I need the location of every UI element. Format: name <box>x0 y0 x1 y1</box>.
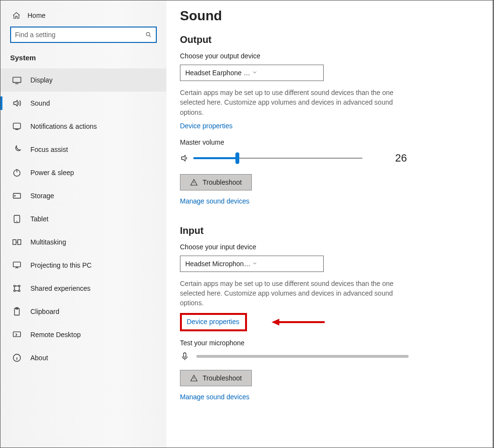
slider-fill <box>193 157 237 159</box>
sidebar-item-label: Sound <box>30 99 50 107</box>
multitasking-icon <box>12 237 22 247</box>
sidebar-item-sound[interactable]: Sound <box>0 92 166 115</box>
volume-row: 26 <box>180 152 468 164</box>
mic-level-bar <box>196 355 409 358</box>
master-volume-block: Master volume 26 <box>180 138 468 164</box>
sidebar-item-label: Remote Desktop <box>30 331 81 339</box>
sidebar-item-remote-desktop[interactable]: Remote Desktop <box>0 323 166 346</box>
output-choose-label: Choose your output device <box>180 52 468 60</box>
input-hint: Certain apps may be set up to use differ… <box>180 279 412 308</box>
master-volume-label: Master volume <box>180 138 468 146</box>
output-device-properties-link[interactable]: Device properties <box>180 122 233 130</box>
input-manage-devices-link[interactable]: Manage sound devices <box>180 393 249 401</box>
input-device-value: Headset Microphone (HyperX Virt... <box>185 260 252 268</box>
mic-test-row <box>180 352 468 361</box>
input-device-select[interactable]: Headset Microphone (HyperX Virt... <box>180 256 324 272</box>
svg-marker-19 <box>272 319 279 326</box>
volume-value: 26 <box>395 152 407 164</box>
output-heading: Output <box>180 34 468 45</box>
svg-rect-20 <box>184 353 186 357</box>
sidebar-item-label: Power & sleep <box>30 169 74 176</box>
power-icon <box>12 168 22 177</box>
sidebar-item-display[interactable]: Display <box>0 68 166 92</box>
clipboard-icon <box>12 307 22 316</box>
search-icon <box>145 31 152 38</box>
sidebar-item-multitasking[interactable]: Multitasking <box>0 231 166 254</box>
sidebar-item-label: Display <box>30 76 53 84</box>
scrollbar-track[interactable] <box>493 0 494 448</box>
svg-rect-8 <box>18 240 21 244</box>
microphone-icon <box>180 352 190 361</box>
output-manage-devices-link[interactable]: Manage sound devices <box>180 197 249 205</box>
sidebar-item-power-sleep[interactable]: Power & sleep <box>0 161 166 184</box>
volume-slider[interactable] <box>193 153 362 163</box>
sidebar-item-label: About <box>30 354 48 362</box>
svg-point-12 <box>14 290 15 291</box>
svg-rect-1 <box>13 77 21 82</box>
moon-icon <box>12 145 22 154</box>
sidebar-item-focus-assist[interactable]: Focus assist <box>0 138 166 161</box>
sidebar-item-label: Tablet <box>30 215 48 223</box>
sidebar-item-projecting[interactable]: Projecting to this PC <box>0 254 166 277</box>
annotation-arrow <box>272 318 325 326</box>
projecting-icon <box>12 260 22 270</box>
chevron-down-icon <box>252 69 318 77</box>
button-label: Troubleshoot <box>203 374 242 382</box>
sidebar-item-shared-experiences[interactable]: Shared experiences <box>0 277 166 300</box>
sidebar-item-label: Notifications & actions <box>30 122 97 130</box>
svg-rect-7 <box>13 240 16 244</box>
input-heading: Input <box>180 225 468 236</box>
notifications-icon <box>12 122 22 131</box>
warning-icon <box>190 374 198 382</box>
main-content: Sound Output Choose your output device H… <box>166 0 494 448</box>
home-icon <box>12 11 21 20</box>
sound-icon <box>12 98 22 108</box>
page-title: Sound <box>180 8 468 24</box>
slider-thumb[interactable] <box>235 152 239 164</box>
svg-point-13 <box>18 290 20 291</box>
sidebar-item-notifications[interactable]: Notifications & actions <box>0 115 166 138</box>
sidebar-item-tablet[interactable]: Tablet <box>0 207 166 231</box>
storage-icon <box>12 191 22 201</box>
settings-window: Home System Display Sound Notification <box>0 0 494 448</box>
svg-rect-2 <box>14 123 21 129</box>
output-device-value: Headset Earphone (HyperX Virtua... <box>185 69 252 77</box>
output-hint: Certain apps may be set up to use differ… <box>180 88 412 117</box>
info-icon <box>12 353 22 363</box>
sidebar-item-label: Multitasking <box>30 238 66 246</box>
sidebar: Home System Display Sound Notification <box>0 0 166 448</box>
shared-icon <box>12 284 22 293</box>
svg-point-10 <box>14 285 15 286</box>
speaker-icon[interactable] <box>180 153 190 163</box>
search-input[interactable] <box>15 31 145 39</box>
sidebar-item-label: Storage <box>30 192 54 200</box>
home-label: Home <box>27 12 45 19</box>
svg-point-0 <box>146 32 150 36</box>
sidebar-item-storage[interactable]: Storage <box>0 184 166 207</box>
sidebar-section-title: System <box>0 50 166 68</box>
tablet-icon <box>12 214 22 224</box>
sidebar-nav: Display Sound Notifications & actions Fo… <box>0 68 166 369</box>
svg-rect-9 <box>14 262 21 267</box>
sidebar-item-label: Projecting to this PC <box>30 261 92 269</box>
input-device-properties-link[interactable]: Device properties <box>180 313 247 331</box>
input-choose-label: Choose your input device <box>180 243 468 251</box>
test-mic-label: Test your microphone <box>180 339 468 347</box>
output-device-select[interactable]: Headset Earphone (HyperX Virtua... <box>180 65 324 81</box>
sidebar-item-label: Clipboard <box>30 308 59 315</box>
input-troubleshoot-button[interactable]: Troubleshoot <box>180 370 252 386</box>
home-link[interactable]: Home <box>0 8 166 27</box>
search-box[interactable] <box>10 27 157 43</box>
chevron-down-icon <box>252 260 318 268</box>
search-wrap <box>0 27 166 50</box>
sidebar-item-about[interactable]: About <box>0 346 166 369</box>
button-label: Troubleshoot <box>203 178 242 186</box>
display-icon <box>12 75 22 85</box>
remote-desktop-icon <box>12 330 22 339</box>
svg-point-5 <box>14 195 15 196</box>
warning-icon <box>190 178 198 186</box>
output-troubleshoot-button[interactable]: Troubleshoot <box>180 174 252 190</box>
sidebar-item-label: Shared experiences <box>30 285 91 292</box>
svg-point-11 <box>18 285 20 286</box>
sidebar-item-clipboard[interactable]: Clipboard <box>0 300 166 323</box>
